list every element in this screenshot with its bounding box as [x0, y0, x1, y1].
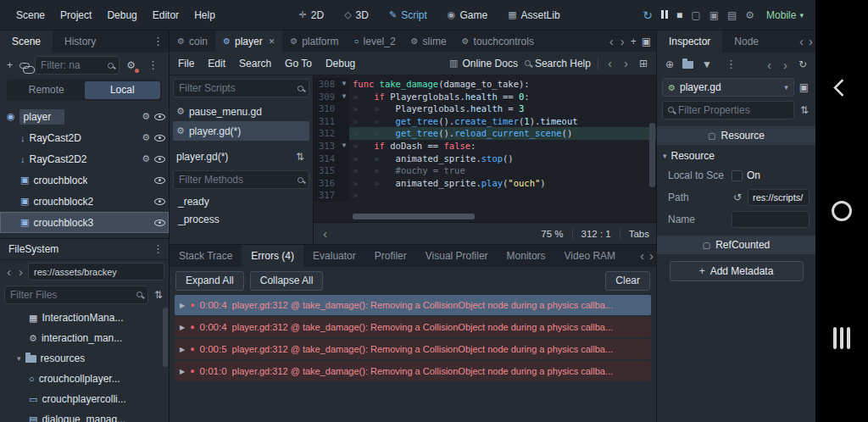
online-docs-button[interactable]: ▥ Online Docs: [449, 58, 518, 69]
nav-back-icon[interactable]: ‹: [4, 265, 14, 278]
code-line-314[interactable]: 314» » animated_sprite.stop(): [314, 153, 656, 165]
debugger-tab-monitors[interactable]: Monitors: [498, 245, 555, 267]
scene-node-crouchblock3[interactable]: ▣crouchblock3: [0, 212, 169, 233]
error-row-4[interactable]: ▶●0:01:0player.gd:312 @ take_damage(): R…: [175, 361, 651, 381]
indent-mode[interactable]: Tabs: [629, 229, 649, 239]
hscroll-thumb[interactable]: [353, 214, 475, 219]
android-back-icon[interactable]: [832, 79, 850, 97]
visibility-eye-icon[interactable]: [154, 177, 165, 184]
scene-node-raycast2d[interactable]: ↓RayCast2D⚙: [0, 127, 169, 148]
code-line-313[interactable]: 313▼» if doDash == false:: [314, 140, 656, 153]
tabs-next-icon[interactable]: ›: [618, 35, 627, 47]
workspace-3d[interactable]: ◇3D: [336, 6, 377, 25]
filter-methods-input[interactable]: Filter Methods: [173, 170, 309, 189]
debugger-next-icon[interactable]: ›: [647, 245, 656, 267]
search-help-button[interactable]: Search Help: [525, 58, 591, 69]
resource-menu-icon[interactable]: ⋮: [721, 53, 742, 75]
menu-debug[interactable]: Debug: [99, 6, 144, 25]
code-line-315[interactable]: 315» » #ouchy = true: [314, 164, 656, 177]
inspector-prev-icon[interactable]: ‹: [797, 31, 806, 53]
android-recents-icon[interactable]: [833, 327, 850, 349]
file-item-crouchplayercolli[interactable]: ▭crouchplayercolli...: [0, 389, 169, 409]
code-line-317[interactable]: 317»: [314, 189, 656, 202]
scroll-left-icon[interactable]: ‹: [320, 227, 330, 240]
path-display[interactable]: res://assets/brackey: [28, 263, 164, 280]
resource-section-header[interactable]: ▾ Resource: [657, 147, 815, 164]
menu-file[interactable]: File: [171, 54, 201, 73]
vertical-scrollbar[interactable]: [649, 77, 655, 212]
menu-edit[interactable]: Edit: [201, 54, 232, 73]
inspector-next-icon[interactable]: ›: [806, 31, 815, 53]
window-list-icon[interactable]: ▣: [640, 35, 653, 48]
file-item-resources[interactable]: ▾resources: [0, 348, 169, 369]
inspector-history-back-icon[interactable]: ‹: [765, 58, 774, 71]
expand-arrow-icon[interactable]: ▶: [180, 346, 185, 353]
debugger-prev-icon[interactable]: ‹: [637, 245, 647, 267]
resource-class-bar[interactable]: ▢ Resource: [657, 126, 815, 145]
clear-button[interactable]: Clear: [605, 271, 650, 291]
new-tab-icon[interactable]: +: [629, 35, 638, 48]
error-row-3[interactable]: ▶●0:00:5player.gd:312 @ take_damage(): R…: [175, 339, 651, 359]
local-button[interactable]: Local: [85, 81, 161, 99]
script-icon[interactable]: ⚙: [142, 111, 150, 122]
collapse-all-button[interactable]: Collapse All: [250, 271, 324, 291]
tab-node[interactable]: Node: [722, 31, 771, 53]
vscroll-thumb[interactable]: [649, 123, 655, 187]
debugger-tab-profiler[interactable]: Profiler: [365, 245, 416, 267]
scene-node-raycast2d2[interactable]: ↓RayCast2D2⚙: [0, 148, 169, 169]
sort-files-icon[interactable]: ⇅: [153, 288, 164, 302]
code-line-308[interactable]: 308▼func take_damage(damage_to_take):: [314, 78, 656, 91]
save-resource-icon[interactable]: ▼: [700, 58, 714, 71]
error-row-2[interactable]: ▶●0:00:4player.gd:312 @ take_damage(): R…: [175, 317, 651, 337]
add-node-icon[interactable]: +: [5, 58, 14, 72]
filesystem-title[interactable]: FileSystem: [0, 243, 67, 255]
fold-arrow-icon[interactable]: ▼: [339, 78, 349, 91]
expand-arrow-icon[interactable]: ▾: [17, 354, 21, 363]
script-icon[interactable]: ⚙: [142, 153, 150, 164]
visibility-eye-icon[interactable]: [154, 156, 165, 163]
object-history-icon[interactable]: ↻: [797, 58, 809, 71]
float-panel-icon[interactable]: ⊞: [637, 57, 649, 70]
line-col-indicator[interactable]: 312 : 1: [581, 229, 611, 239]
run-instances-icon[interactable]: ▤: [727, 10, 737, 20]
renderer-gear-icon[interactable]: ⚙: [745, 10, 754, 20]
history-forward-icon[interactable]: ›: [621, 57, 631, 69]
local-to-scene-checkbox[interactable]: [732, 170, 743, 181]
menu-editor[interactable]: Editor: [145, 6, 186, 25]
workspace-script[interactable]: ✎Script: [381, 6, 436, 25]
script-item-pause-menu-gd[interactable]: ⚙pause_menu.gd: [173, 102, 309, 121]
script-tab-player[interactable]: ⚙player✕: [215, 31, 282, 52]
menu-search[interactable]: Search: [232, 54, 278, 73]
expand-arrow-icon[interactable]: ▶: [180, 324, 185, 331]
stop-icon[interactable]: ■: [676, 10, 682, 20]
expand-arrow-icon[interactable]: ▶: [180, 368, 185, 375]
menu-go-to[interactable]: Go To: [278, 54, 319, 73]
script-tab-platform[interactable]: ⚙platform: [282, 31, 346, 52]
workspace-2d[interactable]: ✛2D: [291, 6, 333, 25]
android-home-icon[interactable]: [832, 201, 852, 221]
workspace-game[interactable]: ◉Game: [439, 6, 496, 25]
code-line-316[interactable]: 316» » animated_sprite.play("ouch"): [314, 177, 656, 190]
workspace-assetlib[interactable]: ▦AssetLib: [499, 6, 568, 25]
close-icon[interactable]: ✕: [269, 37, 275, 46]
script-tab-coin[interactable]: ⚙coin: [170, 31, 215, 52]
debugger-tab-stack-trace[interactable]: Stack Trace: [170, 245, 242, 267]
code-line-310[interactable]: 310» » Playerglobals.health = 3: [314, 103, 656, 115]
nav-forward-icon[interactable]: ›: [16, 265, 25, 278]
expand-all-button[interactable]: Expand All: [175, 271, 244, 291]
file-item-crouchcollplayer[interactable]: ○crouchcollplayer...: [0, 369, 169, 389]
filter-properties-input[interactable]: Filter Properties: [662, 101, 794, 119]
menu-project[interactable]: Project: [53, 6, 99, 25]
inspector-history-forward-icon[interactable]: ›: [781, 58, 790, 71]
script-icon[interactable]: ⚙: [142, 132, 150, 143]
scene-node-player[interactable]: ◉player⚙: [0, 106, 169, 127]
code-editor[interactable]: 308▼func take_damage(damage_to_take):309…: [314, 75, 656, 222]
script-item-player-gd[interactable]: ⚙player.gd(*): [173, 121, 309, 141]
code-line-311[interactable]: 311» » get_tree().create_timer(1).timeou…: [314, 115, 656, 128]
tab-inspector[interactable]: Inspector: [657, 31, 722, 53]
scene-node-crouchblock[interactable]: ▣crouchblock: [0, 169, 169, 191]
scene-panel-menu-icon[interactable]: ⋮: [147, 31, 169, 53]
remote-debug-icon[interactable]: ▢: [691, 10, 700, 20]
renderer-select[interactable]: Mobile ▾: [763, 7, 807, 24]
tab-history[interactable]: History: [53, 31, 108, 53]
